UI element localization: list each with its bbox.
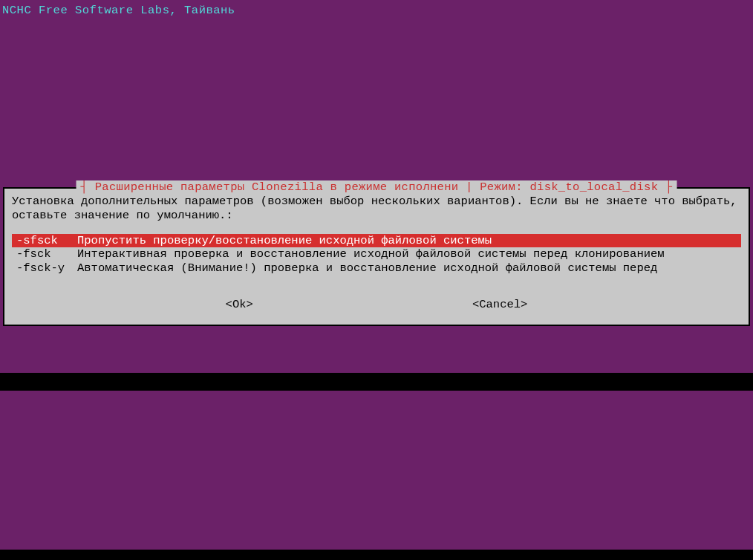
header-text: NCHC Free Software Labs, Тайвань — [0, 0, 753, 22]
dialog-box: ┤ Расширенные параметры Clonezilla в реж… — [3, 187, 750, 326]
button-row: <Ok> <Cancel> — [12, 298, 741, 315]
dialog-title-text: Расширенные параметры Clonezilla в режим… — [95, 180, 659, 194]
option-flag: -sfsck — [12, 234, 77, 248]
dialog-content: Установка дополнительных параметров (воз… — [4, 189, 749, 325]
dialog-title: ┤ Расширенные параметры Clonezilla в реж… — [76, 180, 677, 195]
options-list[interactable]: -sfsck Пропустить проверку/восстановлени… — [12, 234, 741, 276]
shadow-strip — [0, 373, 753, 391]
option-desc: Интерактивная проверка и восстановление … — [77, 247, 741, 261]
bottom-strip — [0, 550, 753, 560]
option-desc: Пропустить проверку/восстановление исход… — [77, 234, 741, 248]
dialog-instruction: Установка дополнительных параметров (воз… — [12, 195, 741, 224]
ok-button[interactable]: <Ok> — [226, 298, 253, 312]
option-desc: Автоматическая (Внимание!) проверка и во… — [77, 261, 741, 276]
option-fsck-y[interactable]: -fsck-y Автоматическая (Внимание!) прове… — [12, 261, 741, 276]
option-flag: -fsck-y — [12, 261, 77, 276]
option-fsck[interactable]: -fsck Интерактивная проверка и восстанов… — [12, 247, 741, 261]
cancel-button[interactable]: <Cancel> — [472, 298, 527, 312]
option-flag: -fsck — [12, 247, 77, 261]
option-sfsck[interactable]: -sfsck Пропустить проверку/восстановлени… — [12, 234, 741, 248]
dialog-wrapper: ┤ Расширенные параметры Clonezilla в реж… — [3, 187, 750, 326]
